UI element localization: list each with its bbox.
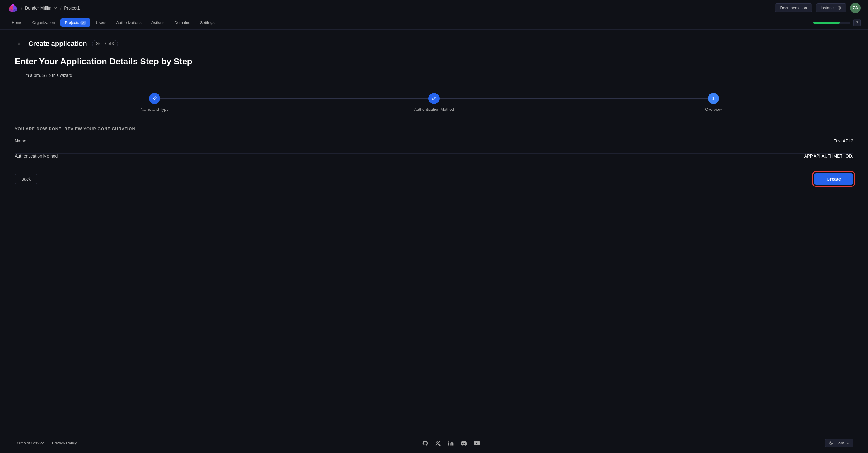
footer-links: Terms of Service Privacy Policy [15,441,77,445]
terms-link[interactable]: Terms of Service [15,441,44,445]
nav-projects[interactable]: Projects2 [60,19,90,27]
stepper-item-1: Name and Type [15,93,294,112]
progress-bar [813,22,850,24]
sep2: / [60,5,62,11]
actions-row: Back Create [15,173,853,185]
chevron-icon: ⌄ [846,441,849,445]
nav-authorizations[interactable]: Authorizations [112,19,146,27]
main-content: × Create application Step 3 of 3 Enter Y… [0,30,868,433]
stepper: Name and Type Authentication Method 3 Ov… [15,93,853,112]
theme-selector[interactable]: Dark ⌄ [825,439,853,448]
topbar-right: Documentation Instance ZA [775,3,861,13]
nav-actions[interactable]: Actions [147,19,169,27]
footer-social [422,440,480,447]
privacy-link[interactable]: Privacy Policy [52,441,77,445]
pro-checkbox-row: I'm a pro. Skip this wizard. [15,73,853,78]
back-button[interactable]: Back [15,174,37,184]
review-label-name: Name [15,138,26,143]
stepper-label-1: Name and Type [141,107,169,112]
stepper-label-3: Overview [705,107,722,112]
avatar[interactable]: ZA [850,3,861,13]
twitter-icon[interactable] [435,440,441,447]
review-section: YOU ARE NOW DONE. REVIEW YOUR CONFIGURAT… [15,127,853,163]
review-row-name: Name Test API 2 [15,138,853,148]
sep1: / [21,5,23,11]
edit-icon-2 [432,96,436,101]
nav-right: ? [813,19,861,27]
wizard-subtitle: Enter Your Application Details Step by S… [15,57,853,66]
close-icon: × [18,41,21,47]
discord-icon[interactable] [461,440,467,447]
org-name: Dunder Mifflin [25,5,52,10]
stepper-number-3: 3 [712,96,715,101]
nav-users[interactable]: Users [92,19,111,27]
review-value-name: Test API 2 [834,138,853,143]
topbar: / Dunder Mifflin / Project1 Documentatio… [0,0,868,16]
stepper-circle-1 [149,93,160,104]
review-label-auth: Authentication Method [15,154,58,159]
moon-icon [829,441,833,445]
instance-button[interactable]: Instance [816,3,846,12]
step-badge: Step 3 of 3 [92,40,118,47]
youtube-icon[interactable] [473,440,480,447]
org-selector[interactable]: Dunder Mifflin [25,5,58,10]
review-value-auth: APP.API.AUTHMETHOD. [804,154,853,159]
stepper-item-2: Authentication Method [294,93,574,112]
close-button[interactable]: × [15,39,23,48]
navbar: Home Organization Projects2 Users Author… [0,16,868,30]
svg-point-5 [839,7,841,9]
nav-domains[interactable]: Domains [170,19,194,27]
nav-projects-label: Projects [65,20,79,25]
chevron-down-icon [53,6,58,10]
github-icon[interactable] [422,440,429,447]
footer: Terms of Service Privacy Policy [0,433,868,453]
docs-button[interactable]: Documentation [775,3,812,12]
stepper-circle-2 [429,93,439,104]
linkedin-icon[interactable] [447,440,454,447]
page-header: × Create application Step 3 of 3 [15,39,853,48]
review-row-auth: Authentication Method APP.API.AUTHMETHOD… [15,154,853,163]
stepper-label-2: Authentication Method [414,107,454,112]
review-header: YOU ARE NOW DONE. REVIEW YOUR CONFIGURAT… [15,127,853,131]
project-name: Project1 [64,5,80,10]
progress-fill [813,22,840,24]
nav-settings[interactable]: Settings [196,19,219,27]
svg-point-6 [448,441,449,441]
page-title: Create application [28,40,87,48]
nav-organization[interactable]: Organization [28,19,59,27]
nav-home[interactable]: Home [7,19,27,27]
help-button[interactable]: ? [853,19,861,27]
create-button[interactable]: Create [814,173,853,185]
gear-icon [838,6,842,10]
pro-checkbox[interactable] [15,73,20,78]
projects-badge: 2 [80,21,86,25]
stepper-circle-3: 3 [708,93,719,104]
pro-label: I'm a pro. Skip this wizard. [23,73,73,78]
logo[interactable] [7,2,19,13]
stepper-item-3: 3 Overview [574,93,853,112]
edit-icon-1 [152,96,157,101]
theme-label: Dark [836,441,844,445]
instance-label: Instance [820,5,836,10]
